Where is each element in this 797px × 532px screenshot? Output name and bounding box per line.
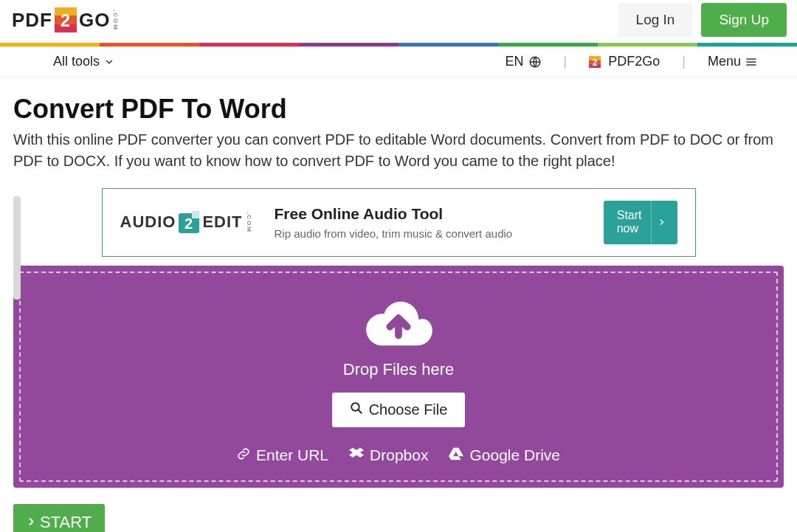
drop-zone-inner: Drop Files here Choose File Enter URL [19,272,778,482]
svg-text:2: 2 [184,215,193,232]
chevron-down-icon [104,57,114,67]
search-icon [350,401,363,418]
logo-2-icon: 2 [55,7,77,32]
logo-tld: .COM [112,10,119,31]
choose-file-button[interactable]: Choose File [332,393,466,427]
ad-subtitle: Rip audio from video, trim music & conve… [275,227,582,240]
ad-logo-tld: .COM [246,212,252,233]
link-icon [237,446,250,464]
nav-menu[interactable]: Menu [708,54,757,69]
ad-text: Free Online Audio Tool Rip audio from vi… [275,205,582,240]
chevron-right-icon [27,513,35,532]
logo-text-pdf: PDF [12,9,52,32]
ad-logo-icon: 2 [179,211,199,233]
dropbox-label: Dropbox [370,446,428,464]
nav-language-label: EN [506,54,524,69]
start-button[interactable]: START [13,504,105,532]
top-bar: PDF 2 GO .COM Log In Sign Up [0,0,797,43]
dropbox-button[interactable]: Dropbox [349,446,428,464]
nav-bar: All tools EN | 2 PDF2Go | Menu [0,46,797,77]
nav-separator: | [564,54,567,69]
ad-title: Free Online Audio Tool [275,205,582,223]
nav-separator: | [682,54,686,69]
dropbox-icon [349,446,364,464]
login-button[interactable]: Log In [618,3,693,37]
brand-mini-icon: 2 [589,56,601,68]
main-container: Convert PDF To Word With this online PDF… [0,77,797,532]
ad-banner[interactable]: AUDIO 2 EDIT .COM Free Online Audio Tool… [102,188,696,257]
logo-text-go: GO [79,9,110,32]
enter-url-button[interactable]: Enter URL [237,446,328,464]
svg-text:2: 2 [61,10,71,30]
nav-all-tools-label: All tools [53,54,100,69]
enter-url-label: Enter URL [256,446,328,464]
cloud-upload-icon [362,294,435,354]
ad-logo-part1: AUDIO [120,213,176,232]
ad-logo-part2: EDIT [202,213,242,232]
google-drive-button[interactable]: Google Drive [449,446,560,464]
ad-cta-button[interactable]: Start now [604,201,677,244]
signup-button[interactable]: Sign Up [701,3,787,37]
brand-color-strip [0,43,797,46]
menu-icon [745,56,757,68]
globe-icon [528,55,542,69]
auth-buttons: Log In Sign Up [618,3,790,37]
ad-cta-label: Start now [608,201,651,243]
page-subtitle: With this online PDF converter you can c… [13,129,784,172]
svg-text:2: 2 [593,58,598,68]
chevron-right-icon [651,201,673,243]
google-drive-label: Google Drive [469,446,560,464]
page-title: Convert PDF To Word [13,94,784,125]
google-drive-icon [449,446,463,464]
site-logo[interactable]: PDF 2 GO .COM [12,7,119,32]
nav-language[interactable]: EN [506,54,542,69]
drop-zone[interactable]: Drop Files here Choose File Enter URL [13,266,784,488]
source-row: Enter URL Dropbox Google Drive [237,446,560,464]
start-label: START [40,513,92,532]
scroll-handle[interactable] [13,196,21,300]
nav-brand-label: PDF2Go [608,54,660,69]
nav-brand[interactable]: 2 PDF2Go [589,54,660,69]
drop-text: Drop Files here [343,360,454,379]
ad-logo: AUDIO 2 EDIT .COM [120,211,252,233]
choose-file-label: Choose File [369,401,448,418]
nav-all-tools[interactable]: All tools [53,54,114,69]
nav-menu-label: Menu [708,54,741,69]
